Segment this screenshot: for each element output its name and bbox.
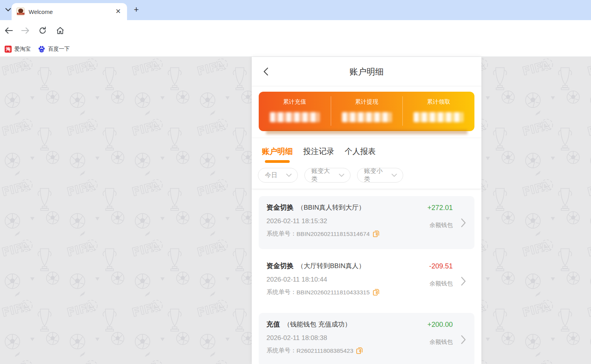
record-order-row: 系统单号： BBIN202602111815314674 xyxy=(266,230,467,238)
tab-title: Welcome xyxy=(29,9,114,15)
masked-value xyxy=(342,112,392,122)
home-icon[interactable] xyxy=(55,25,65,36)
filter-row: 今日 账变大类 账变小类 xyxy=(252,163,481,189)
tab-personal-report[interactable]: 个人报表 xyxy=(345,146,376,163)
browser-tab-strip: Welcome ✕ + xyxy=(0,0,591,20)
bookmarks-bar: 淘 爱淘宝 du 百度一下 xyxy=(0,41,591,57)
taobao-icon: 淘 xyxy=(5,46,12,53)
copy-icon[interactable] xyxy=(356,347,363,354)
record-wallet: 余额钱包 xyxy=(429,280,453,287)
record-row[interactable]: 资金切换 （BBIN真人转到大厅） 2026-02-11 18:15:32 系统… xyxy=(259,196,474,249)
record-subtitle: （钱能钱包 充值成功） xyxy=(283,320,351,329)
record-type: 资金切换 xyxy=(266,261,294,270)
chevron-down-icon xyxy=(286,174,292,177)
chevron-down-icon xyxy=(339,174,344,177)
svg-text:du: du xyxy=(40,50,43,52)
chevron-right-icon[interactable] xyxy=(461,218,466,229)
tab-close-icon[interactable]: ✕ xyxy=(114,7,122,16)
record-order-row: 系统单号： R2602111808385423 xyxy=(266,347,467,355)
report-tabs: 账户明细 投注记录 个人报表 xyxy=(252,138,481,163)
browser-tab[interactable]: Welcome ✕ xyxy=(12,3,127,20)
filter-major-category-dropdown[interactable]: 账变大类 xyxy=(304,168,350,183)
record-list: 资金切换 （BBIN真人转到大厅） 2026-02-11 18:15:32 系统… xyxy=(252,189,481,364)
chevron-right-icon[interactable] xyxy=(461,335,466,346)
page-background: FIFA xyxy=(0,57,591,364)
site-favicon xyxy=(16,7,25,16)
blur-artifact xyxy=(266,130,467,134)
record-order-row: 系统单号： BBIN202602111810433315 xyxy=(266,288,467,296)
back-icon[interactable] xyxy=(3,25,14,36)
reload-icon[interactable] xyxy=(37,25,48,36)
record-wallet: 余额钱包 xyxy=(427,338,453,346)
new-tab-button[interactable]: + xyxy=(131,5,142,15)
masked-value xyxy=(270,112,320,122)
chevron-right-icon[interactable] xyxy=(461,277,466,287)
tab-bet-records[interactable]: 投注记录 xyxy=(303,146,334,163)
filter-date-dropdown[interactable]: 今日 xyxy=(258,168,298,183)
record-order-no: BBIN202602111815314674 xyxy=(297,231,370,238)
record-type: 资金切换 xyxy=(266,203,294,212)
total-claimed: 累计领取 xyxy=(402,92,474,131)
totals-card: 累计充值 累计提现 累计领取 xyxy=(259,92,474,131)
page-title: 账户明细 xyxy=(252,66,481,78)
total-deposit: 累计充值 xyxy=(259,92,331,131)
record-subtitle: （大厅转到BBIN真人） xyxy=(297,261,365,270)
record-order-no: R2602111808385423 xyxy=(297,347,354,354)
bookmark-baidu[interactable]: du 百度一下 xyxy=(36,44,72,54)
record-order-no: BBIN202602111810433315 xyxy=(297,289,370,296)
record-subtitle: （BBIN真人转到大厅） xyxy=(297,203,365,212)
copy-icon[interactable] xyxy=(373,289,379,296)
summary-section: 累计充值 累计提现 累计领取 xyxy=(252,92,481,138)
tab-account-detail[interactable]: 账户明细 xyxy=(262,146,293,163)
total-withdraw: 累计提现 xyxy=(331,92,403,131)
chevron-down-icon xyxy=(392,174,397,177)
account-detail-app: 账户明细 累计充值 累计提现 累计领取 账户明细 xyxy=(252,57,481,364)
baidu-paw-icon: du xyxy=(38,46,45,53)
browser-toolbar: 175616.cc/reports/index?tab=0 xyxy=(0,20,591,41)
record-wallet: 余额钱包 xyxy=(427,222,453,229)
masked-value xyxy=(414,112,463,122)
record-row[interactable]: 资金切换 （大厅转到BBIN真人） 2026-02-11 18:10:44 系统… xyxy=(259,255,474,308)
app-header: 账户明细 xyxy=(252,57,481,86)
record-row[interactable]: 充值 （钱能钱包 充值成功） 2026-02-11 18:08:38 系统单号：… xyxy=(259,313,474,364)
forward-icon[interactable] xyxy=(20,25,31,36)
record-amount: +200.00 xyxy=(427,321,453,329)
record-amount: -209.51 xyxy=(429,262,453,270)
record-amount: +272.01 xyxy=(427,204,453,212)
active-tab-underline xyxy=(265,160,290,163)
bookmark-taobao[interactable]: 淘 爱淘宝 xyxy=(2,44,33,54)
filter-minor-category-dropdown[interactable]: 账变小类 xyxy=(357,168,403,183)
copy-icon[interactable] xyxy=(373,231,379,237)
record-type: 充值 xyxy=(266,320,280,329)
